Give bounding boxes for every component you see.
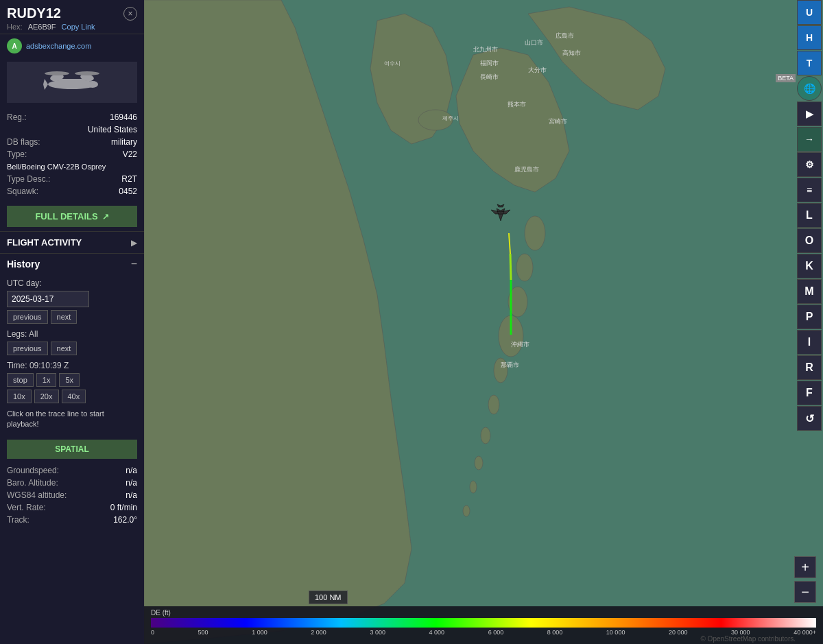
toolbar-layers-button[interactable]: ≡ [797, 178, 822, 202]
toolbar-f-button[interactable]: F [797, 381, 822, 405]
aircraft-image-container [7, 62, 137, 103]
toolbar-refresh-button[interactable]: ↺ [797, 406, 822, 431]
toolbar-m-button[interactable]: M [797, 279, 822, 304]
squawk-value: 0452 [119, 187, 137, 196]
svg-line-35 [510, 254, 511, 280]
toolbar-o-button[interactable]: O [797, 228, 822, 253]
right-toolbar: U H T 🌐 ▶ → BETA ⚙ ≡ L O K M P I R F ↺ [796, 0, 823, 431]
toolbar-p-button[interactable]: P [797, 305, 822, 329]
type-desc-value: R2T [121, 174, 137, 184]
aircraft-name: Bell/Boeing CMV-22B Osprey [7, 162, 106, 171]
wgs-row: WGS84 altitude: n/a [0, 489, 144, 501]
svg-point-15 [481, 427, 490, 444]
time-display: Time: 09:10:39 Z [7, 361, 137, 370]
sidebar: RUDY12 × Hex: AE6B9F Copy Link A adsbexc… [0, 0, 144, 644]
track-value: 162.0° [113, 515, 137, 525]
hex-value: AE6B9F [28, 23, 56, 31]
vert-rate-value: 0 ft/min [110, 503, 137, 512]
svg-point-18 [463, 505, 470, 516]
baro-label: Baro. Altitude: [7, 478, 58, 488]
spatial-button[interactable]: SPATIAL [7, 440, 137, 459]
svg-point-16 [475, 456, 483, 470]
toolbar-k-button[interactable]: K [797, 254, 822, 278]
zoom-in-button[interactable]: + [794, 556, 816, 578]
date-input[interactable] [7, 291, 89, 307]
utc-label: UTC day: [7, 278, 137, 288]
flight-activity-row[interactable]: FLIGHT ACTIVITY ▶ [0, 231, 144, 253]
svg-text:大分市: 大分市 [528, 67, 547, 73]
full-details-button[interactable]: FULL DETAILS ↗ [7, 206, 137, 227]
svg-point-17 [470, 481, 477, 493]
copy-link[interactable]: Copy Link [62, 23, 95, 31]
history-section: History − UTC day: previous next Legs: A… [0, 253, 144, 434]
baro-value: n/a [126, 478, 137, 488]
playback-hint: Click on the trace line to start playbac… [7, 409, 137, 430]
track-label: Track: [7, 515, 29, 525]
svg-text:宮崎市: 宮崎市 [549, 118, 567, 125]
svg-text:山口市: 山口市 [525, 39, 543, 46]
groundspeed-value: n/a [126, 466, 137, 475]
wgs-value: n/a [126, 490, 137, 500]
reg-value: 169446 [110, 112, 137, 122]
vert-rate-row: Vert. Rate: 0 ft/min [0, 501, 144, 514]
chevron-right-icon: ▶ [131, 238, 137, 248]
speed-1x-button[interactable]: 1x [36, 373, 57, 387]
svg-text:福岡市: 福岡市 [480, 60, 499, 67]
toolbar-l-button[interactable]: L [797, 203, 822, 228]
adsb-link[interactable]: adsbexchange.com [26, 42, 91, 50]
map-background: 鹿児島市 宮崎市 熊本市 長崎市 大分市 高知市 広島市 山口市 北九州市 福岡… [144, 0, 823, 644]
track-row: Track: 162.0° [0, 514, 144, 526]
speed-40x-button[interactable]: 40x [62, 390, 86, 403]
squawk-label: Squawk: [7, 187, 38, 196]
collapse-icon[interactable]: − [131, 258, 137, 270]
toolbar-map-icon[interactable]: 🌐 [797, 76, 822, 101]
toolbar-expand-button[interactable]: ▶ [797, 102, 822, 126]
zoom-out-button[interactable]: − [794, 581, 816, 603]
svg-marker-2 [43, 79, 48, 90]
type-desc-label: Type Desc.: [7, 174, 50, 184]
scale-bar: 100 NM [309, 591, 348, 604]
svg-text:広島市: 広島市 [556, 32, 574, 39]
external-link-icon: ↗ [102, 212, 109, 222]
flight-activity-label: FLIGHT ACTIVITY [7, 237, 82, 248]
svg-point-6 [45, 71, 69, 75]
speed-5x-button[interactable]: 5x [59, 373, 80, 387]
map-area[interactable]: 鹿児島市 宮崎市 熊本市 長崎市 大分市 高知市 広島市 山口市 北九州市 福岡… [144, 0, 823, 644]
groundspeed-label: Groundspeed: [7, 466, 59, 475]
svg-point-7 [75, 71, 99, 75]
toolbar-h-button[interactable]: H [797, 25, 822, 50]
full-details-label: FULL DETAILS [35, 211, 97, 222]
next-day-button[interactable]: next [51, 310, 77, 324]
speed-10x-button[interactable]: 10x [7, 390, 32, 403]
toolbar-r-button[interactable]: R [797, 355, 822, 380]
toolbar-u-button[interactable]: U [797, 0, 822, 25]
aircraft-silhouette [24, 65, 120, 99]
altitude-gradient [151, 618, 816, 628]
history-title: History [7, 259, 40, 270]
svg-text:여수시: 여수시 [384, 60, 401, 67]
close-button[interactable]: × [123, 7, 137, 21]
svg-text:鹿児島市: 鹿児島市 [514, 166, 539, 173]
svg-rect-3 [58, 79, 86, 82]
svg-text:沖縄市: 沖縄市 [511, 341, 529, 348]
adsb-icon: A [7, 38, 22, 53]
next-leg-button[interactable]: next [51, 342, 77, 355]
speed-20x-button[interactable]: 20x [34, 390, 59, 403]
stop-button[interactable]: stop [7, 373, 34, 387]
adsb-row: A adsbexchange.com [0, 34, 144, 58]
toolbar-settings-button[interactable]: ⚙ [797, 152, 822, 177]
type-label: Type: [7, 150, 27, 159]
reg-label: Reg.: [7, 112, 27, 122]
toolbar-t-button[interactable]: T [797, 51, 822, 75]
info-section: Reg.: 169446 United States DB flags: mil… [0, 107, 144, 202]
type-value: V22 [123, 150, 137, 159]
legs-label: Legs: All [7, 329, 137, 339]
toolbar-login-button[interactable]: → [797, 127, 822, 152]
svg-text:高知市: 高知市 [562, 49, 581, 56]
scale-label: 100 NM [315, 593, 342, 601]
toolbar-i-button[interactable]: I [797, 330, 822, 355]
previous-day-button[interactable]: previous [7, 310, 48, 324]
callsign: RUDY12 [7, 5, 61, 21]
country-value: United States [7, 125, 137, 134]
previous-leg-button[interactable]: previous [7, 342, 48, 355]
